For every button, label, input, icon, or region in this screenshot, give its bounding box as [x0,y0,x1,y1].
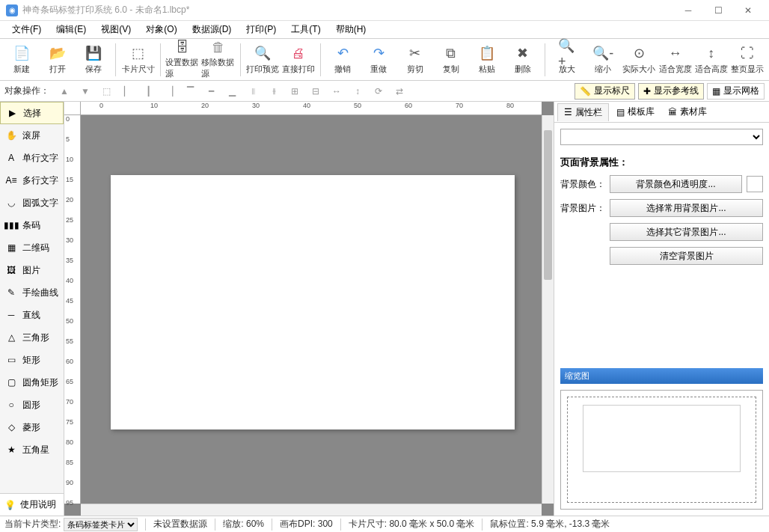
show-guide-toggle[interactable]: ✚ 显示参考线 [638,83,704,100]
tool-triangle[interactable]: △三角形 [0,326,64,349]
canvas-page[interactable] [111,175,515,429]
menu-3[interactable]: 对象(O) [138,21,184,38]
minimize-button[interactable]: ─ [673,0,703,21]
menu-6[interactable]: 工具(T) [284,21,328,38]
tool-roundrect[interactable]: ▢圆角矩形 [0,371,64,394]
cut-button[interactable]: ✂剪切 [397,40,432,79]
tool-qr[interactable]: ▦二维码 [0,236,64,259]
send-back-icon[interactable]: ▼ [76,83,94,100]
canvas-viewport[interactable] [81,115,542,504]
menu-4[interactable]: 数据源(D) [185,21,239,38]
tool-star[interactable]: ★五角星 [0,438,64,461]
card-type-select[interactable]: 条码标签类卡片 [64,518,138,531]
tool-image[interactable]: 🖼图片 [0,259,64,281]
open-button[interactable]: 📂打开 [40,40,75,79]
close-button[interactable]: ✕ [733,0,763,21]
zoomin-label: 放大 [559,64,575,75]
undo-button[interactable]: ↶撤销 [325,40,360,79]
lightbulb-icon: 💡 [4,500,16,510]
menu-0[interactable]: 文件(F) [4,21,49,38]
tool-rect[interactable]: ▭矩形 [0,349,64,371]
tool-diamond[interactable]: ◇菱形 [0,416,64,438]
tool-text2[interactable]: A≡多行文字 [0,169,64,192]
preview-button[interactable]: 🔍打印预览 [245,40,280,79]
tool-circle[interactable]: ○圆形 [0,394,64,416]
flip-icon[interactable]: ⇄ [390,83,408,100]
tool-text1[interactable]: A单行文字 [0,147,64,169]
print-button[interactable]: 🖨直接打印 [281,40,316,79]
tab-templates[interactable]: ▤ 模板库 [610,103,661,121]
align-right-icon[interactable]: ▕ [160,83,178,100]
tool-select[interactable]: ▶选择 [0,102,64,124]
bring-front-icon[interactable]: ▲ [55,83,73,100]
copy-icon: ⧉ [442,44,460,62]
rotate-icon[interactable]: ⟳ [370,83,387,100]
paste-button[interactable]: 📋粘贴 [470,40,504,79]
setdata-button[interactable]: 🗄设置数据源 [165,40,200,79]
right-panel: ☰ 属性栏 ▤ 模板库 🏛 素材库 页面背景属性： 背景颜色： 背景颜色和透明度… [554,102,769,516]
same-height-icon[interactable]: ↕ [349,83,367,100]
bg-color-swatch[interactable] [747,176,763,192]
arc-tool-icon: ◡ [4,196,18,210]
overview-thumbnail[interactable] [567,397,756,503]
rect-tool-icon: ▭ [4,353,18,367]
horizontal-scrollbar[interactable] [81,504,542,516]
ungroup-icon[interactable]: ⊟ [307,83,325,100]
cut-icon: ✂ [406,44,424,62]
cardsize-button[interactable]: ⬚卡片尺寸 [120,40,155,79]
tool-arc[interactable]: ◡圆弧文字 [0,192,64,214]
delete-button[interactable]: ✖删除 [506,40,540,79]
redo-button[interactable]: ↷重做 [361,40,396,79]
bg-color-button[interactable]: 背景颜色和透明度... [610,175,742,193]
dist-h-icon[interactable]: ⫴ [244,83,262,100]
deldata-label: 移除数据源 [201,57,236,79]
align-middle-icon[interactable]: ━ [202,83,220,100]
dpi-status: 画布DPI: 300 [280,518,333,531]
align-left-icon[interactable]: ▏ [118,83,136,100]
save-button[interactable]: 💾保存 [76,40,111,79]
cut-label: 剪切 [407,64,423,75]
tool-pan[interactable]: ✋滚屏 [0,124,64,147]
menu-7[interactable]: 帮助(H) [328,21,374,38]
align-bottom-icon[interactable]: ▁ [223,83,241,100]
align-center-icon[interactable]: ┃ [139,83,157,100]
fith-button[interactable]: ↕适合高度 [694,40,729,79]
tab-properties[interactable]: ☰ 属性栏 [557,103,609,121]
tool-draw[interactable]: ✎手绘曲线 [0,281,64,304]
zoomout-button[interactable]: 🔍-缩小 [586,40,620,79]
menu-5[interactable]: 打印(P) [239,21,284,38]
same-width-icon[interactable]: ↔ [328,83,346,100]
mousepos-status: 鼠标位置: 5.9 毫米, -13.3 毫米 [490,518,610,531]
bg-common-image-button[interactable]: 选择常用背景图片... [610,199,763,217]
deldata-button[interactable]: 🗑移除数据源 [201,40,236,79]
menu-1[interactable]: 编辑(E) [49,21,94,38]
show-ruler-toggle[interactable]: 📏 显示标尺 [575,83,635,100]
barcode-tool-icon: ▮▮▮ [4,218,18,232]
fitpage-button[interactable]: ⛶整页显示 [730,40,765,79]
help-button[interactable]: 💡 使用说明 [0,493,64,516]
ruler-corner [64,102,81,115]
menu-2[interactable]: 视图(V) [94,21,138,38]
zoomin-button[interactable]: 🔍+放大 [550,40,584,79]
object-selector-dropdown[interactable] [560,129,763,145]
tool-line[interactable]: ─直线 [0,304,64,326]
actual-button[interactable]: ⊙实际大小 [622,40,656,79]
vertical-scrollbar[interactable] [542,115,554,504]
circle-tool-icon: ○ [4,398,18,412]
maximize-button[interactable]: ☐ [703,0,733,21]
fitw-button[interactable]: ↔适合宽度 [658,40,693,79]
bg-other-image-button[interactable]: 选择其它背景图片... [610,223,763,241]
copy-button[interactable]: ⧉复制 [434,40,468,79]
show-grid-toggle[interactable]: ▦ 显示网格 [707,83,765,100]
preview-icon: 🔍 [254,44,272,62]
group-icon[interactable]: ⊞ [286,83,304,100]
save-icon: 💾 [85,44,102,62]
tool-barcode[interactable]: ▮▮▮条码 [0,214,64,236]
bg-clear-button[interactable]: 清空背景图片 [610,247,763,265]
new-button[interactable]: 📄新建 [4,40,39,79]
align-top-icon[interactable]: ▔ [181,83,199,100]
titlebar: ◉ 神奇条码标签打印系统 6.0 - 未命名1.lbcp* ─ ☐ ✕ [0,0,769,21]
tab-assets[interactable]: 🏛 素材库 [662,103,713,121]
layer-icon[interactable]: ⬚ [97,83,115,100]
dist-v-icon[interactable]: ⫵ [265,83,283,100]
